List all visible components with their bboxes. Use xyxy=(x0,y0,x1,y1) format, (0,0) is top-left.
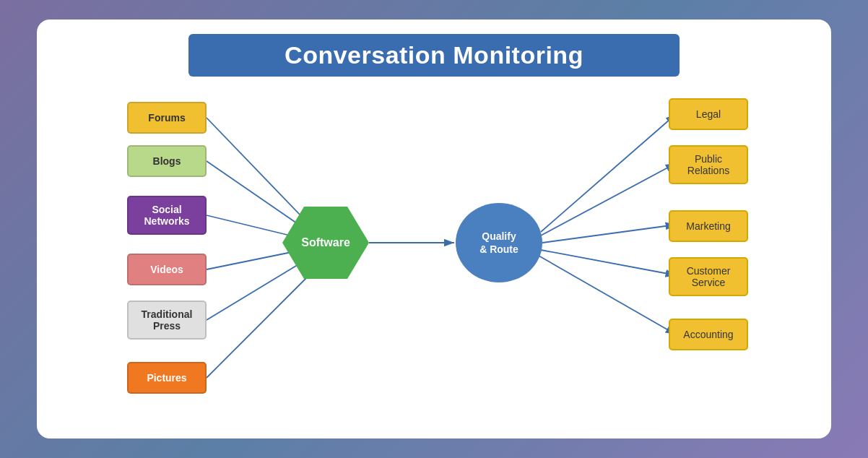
output-accounting: Accounting xyxy=(669,319,748,350)
page-title: Conversation Monitoring xyxy=(210,41,658,69)
diagram: Forums Blogs SocialNetworks Videos Tradi… xyxy=(58,91,810,423)
input-videos: Videos xyxy=(127,254,207,285)
input-forums: Forums xyxy=(127,102,207,134)
svg-line-12 xyxy=(539,256,676,334)
svg-line-11 xyxy=(541,250,676,275)
input-trad-press: TraditionalPress xyxy=(127,301,207,340)
output-legal: Legal xyxy=(669,98,748,130)
qualify-route-node: Qualify& Route xyxy=(456,203,542,282)
svg-line-6 xyxy=(207,264,320,378)
main-card: Conversation Monitoring xyxy=(37,20,831,438)
svg-line-10 xyxy=(542,225,676,243)
output-pr: PublicRelations xyxy=(669,145,748,184)
output-marketing: Marketing xyxy=(669,210,748,242)
software-label: Software xyxy=(301,236,350,249)
svg-line-8 xyxy=(541,114,676,232)
input-blogs: Blogs xyxy=(127,145,207,177)
output-custserv: CustomerService xyxy=(669,257,748,296)
qualify-label: Qualify& Route xyxy=(479,230,518,256)
title-bar: Conversation Monitoring xyxy=(188,34,680,77)
input-pictures: Pictures xyxy=(127,362,207,394)
software-node: Software xyxy=(282,207,369,279)
input-social: SocialNetworks xyxy=(127,196,207,235)
svg-line-9 xyxy=(541,163,676,236)
